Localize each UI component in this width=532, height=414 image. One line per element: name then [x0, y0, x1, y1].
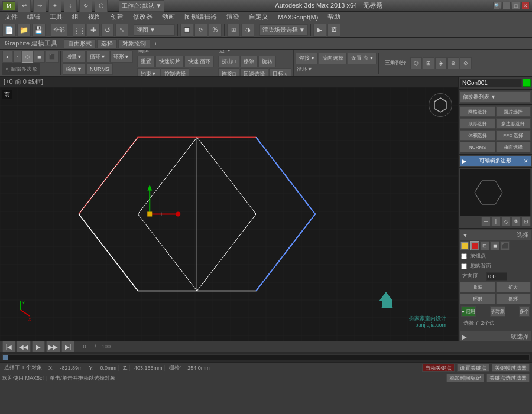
reset-btn[interactable]: 重置 [137, 56, 155, 67]
viewport-area[interactable]: 前 扮家家室内设计banjiajia.com [0, 87, 458, 341]
object-color-swatch[interactable] [523, 79, 531, 87]
enable-btn[interactable]: ● 启用 [461, 306, 476, 317]
tri-btn4[interactable]: ⊕ [447, 57, 459, 69]
surface-select-btn[interactable]: 曲面选择 [496, 142, 531, 152]
scale-sel-btn[interactable]: 缩放▼ [63, 63, 86, 75]
timeline-thumb[interactable] [3, 355, 8, 360]
quickloop-btn[interactable]: 快速 循环 [184, 56, 215, 67]
menu-tools[interactable]: 工具 [47, 12, 65, 21]
workspace-dropdown[interactable]: 工作台: 默认 ▼ [119, 0, 164, 12]
vertex-mode-btn[interactable] [460, 241, 469, 250]
tb-redo[interactable]: ↪ [33, 0, 46, 12]
menu-customize[interactable]: 自定义 [246, 12, 271, 21]
tri-btn2[interactable]: ⊞ [423, 57, 434, 69]
multi-btn[interactable]: 多个 [519, 306, 530, 317]
maximize-btn[interactable]: □ [512, 2, 520, 10]
ffd-select-btn[interactable]: FFD 选择 [496, 130, 531, 141]
weld-btn[interactable]: 焊接 ● [296, 53, 318, 64]
border-mode-btn[interactable]: ⊟ [480, 241, 489, 250]
tb-rotate[interactable]: ↻ [79, 0, 92, 12]
quickslice-btn[interactable]: 快速切片 [155, 56, 184, 67]
tb-scale[interactable]: ⬡ [95, 0, 108, 12]
menu-modifier[interactable]: 修改器 [131, 12, 155, 21]
select-btn[interactable]: ⬚ [73, 24, 86, 37]
multi-select-btn[interactable]: 多边形选择 [496, 118, 531, 129]
menu-edit[interactable]: 编辑 [25, 12, 43, 21]
tb-select[interactable]: + [48, 0, 61, 12]
render-frame-btn[interactable]: 🖼 [327, 24, 340, 37]
tb-undo[interactable]: ↩ [18, 0, 31, 12]
connect-btn[interactable]: 连接□ [218, 68, 239, 77]
graphite-obj-paint-tab[interactable]: 对象绘制 [118, 39, 150, 48]
poly-mode-btn[interactable]: ◼ [490, 241, 499, 250]
ctrl-select-btn[interactable]: 控制选择 [161, 68, 189, 77]
volume-select-btn[interactable]: 体积选择 [460, 130, 495, 141]
close-btn[interactable]: ✕ [521, 2, 530, 10]
new-scene-btn[interactable]: 📄 [2, 24, 16, 37]
menu-help[interactable]: 帮助 [325, 12, 343, 21]
set-key-btn[interactable]: 设置关键点 [457, 364, 489, 372]
tb-move[interactable]: ↕ [64, 0, 77, 12]
ring-sel-btn[interactable]: 环形 [460, 294, 495, 304]
increment-btn[interactable]: 增量▼ [63, 51, 86, 63]
nurms-select-btn[interactable]: NURMS [460, 142, 495, 152]
element-mode-btn[interactable]: ⬛ [500, 241, 510, 250]
backstep-btn[interactable]: 回退选择 [240, 68, 268, 77]
key-filter-btn[interactable]: 关键帧过滤器 [492, 364, 530, 372]
timeline-track[interactable] [2, 354, 530, 360]
graphite-freeform-tab[interactable]: 自由形式 [64, 39, 96, 48]
key-filter-btn2[interactable]: 关键点选过滤器 [486, 374, 530, 382]
tri-btn1[interactable]: ⬡ [410, 57, 422, 69]
edge-mode-btn[interactable] [470, 241, 479, 250]
select-all-btn[interactable]: 全部 [51, 24, 67, 37]
graphite-select-tab[interactable]: 选择 [97, 39, 117, 48]
menu-render[interactable]: 渲染 [224, 12, 242, 21]
constraint-btn[interactable]: 约束▼ [137, 68, 160, 77]
ignoreback-check[interactable] [461, 263, 467, 269]
render-btn[interactable]: ▶ [313, 24, 326, 37]
object-name-field[interactable] [460, 79, 522, 87]
render-dropdown[interactable]: 渲染场景选择 ▼ [259, 24, 308, 36]
menu-animation[interactable]: 动画 [160, 12, 177, 21]
shrink-btn[interactable]: 收缩 [460, 282, 495, 292]
preview-pipe[interactable]: | [491, 217, 501, 226]
prev-key-btn[interactable]: ◀◀ [17, 340, 31, 353]
vertex-btn[interactable]: ● [2, 51, 12, 63]
tri-btn3[interactable]: ◈ [435, 57, 447, 69]
remove-btn[interactable]: 移除 [240, 56, 258, 67]
snap-dropdown[interactable]: 视图 ▼ [134, 24, 175, 36]
target-btn[interactable]: 目标 ○ [269, 68, 291, 77]
subobj-btn[interactable]: 子对象 [490, 306, 505, 317]
preview-eye[interactable]: 👁 [511, 217, 521, 226]
move-btn[interactable]: ✚ [87, 24, 100, 37]
timeline-bar[interactable] [0, 352, 532, 362]
element-btn[interactable]: ⬛ [46, 51, 59, 63]
next-frame-btn[interactable]: ▶| [61, 340, 74, 353]
prev-frame-btn[interactable]: |◀ [2, 340, 15, 353]
layer-btn[interactable]: ⊞ [227, 24, 240, 37]
ring-btn[interactable]: 环形▼ [110, 51, 133, 63]
rotate-edge-btn[interactable]: 旋转 [258, 56, 276, 67]
preview-expand[interactable]: ⊡ [521, 217, 531, 226]
play-btn[interactable]: ▶ [32, 340, 45, 353]
menu-maxscript[interactable]: MAXScript(M) [275, 14, 320, 21]
open-btn[interactable]: 📁 [17, 24, 31, 37]
app-icon[interactable]: M [2, 1, 15, 11]
menu-graph-editor[interactable]: 图形编辑器 [182, 12, 219, 21]
snap-add-btn[interactable]: 添加时间标记 [446, 374, 484, 382]
auto-key-btn[interactable]: 自动关键点 [422, 364, 455, 372]
modifier-list-dropdown[interactable]: 修改器列表 ▼ [460, 91, 531, 103]
loop-sel-btn[interactable]: 循环 [496, 294, 531, 304]
nurms-btn[interactable]: NURMS [86, 63, 113, 75]
preview-minus[interactable]: ─ [481, 217, 491, 226]
mesh-select-btn[interactable]: 网格选择 [460, 106, 495, 117]
soft-sel-header[interactable]: ▶ 软选择 [460, 331, 531, 341]
rotate-btn[interactable]: ↺ [101, 24, 114, 37]
menu-group[interactable]: 组 [70, 12, 81, 21]
grow-btn[interactable]: 扩大 [496, 282, 531, 292]
display-btn[interactable]: ◑ [241, 24, 254, 37]
snap-percent[interactable]: % [209, 24, 222, 37]
preview-diamond[interactable]: ◇ [501, 217, 511, 226]
scale-btn[interactable]: ⤡ [115, 24, 128, 37]
backpoint-check[interactable] [461, 253, 467, 259]
